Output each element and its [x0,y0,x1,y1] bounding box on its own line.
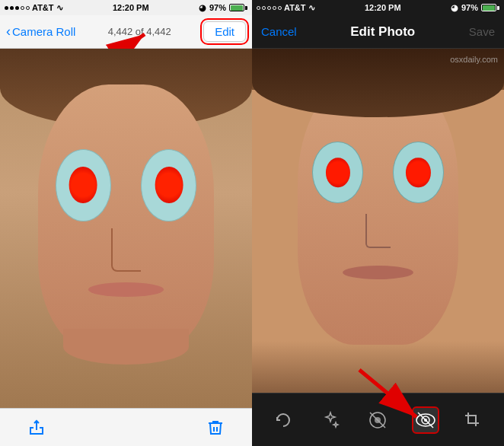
bluetooth-icon-right: ◕ [451,3,458,13]
left-nav-bar: ‹ Camera Roll 4,442 of 4,442 Edit [0,15,252,49]
right-status-right: ◕ 97% [451,3,499,13]
left-photo-area [0,49,252,408]
signal-dot-r1 [257,6,260,10]
left-status-bar: AT&T ∿ 12:20 PM ◕ 97% [0,0,252,15]
photo-bg [252,49,504,393]
left-panel: AT&T ∿ 12:20 PM ◕ 97% ‹ Camera Roll 4,44… [0,0,252,446]
back-button-left[interactable]: ‹ Camera Roll [6,24,75,40]
right-photo-container [252,49,504,393]
left-pupil [325,158,349,188]
right-pupil [406,158,430,188]
signal-dot-5 [26,6,30,10]
left-photo [0,49,252,408]
cancel-button[interactable]: Cancel [261,25,297,38]
signal-dot-r3 [267,6,271,10]
watermark: osxdaily.com [450,55,498,64]
signal-dot-r4 [273,6,276,10]
enhance-tool[interactable] [317,406,344,434]
signal-dot-1 [5,6,8,10]
trash-button[interactable] [202,414,229,441]
signal-dot-3 [15,6,19,10]
redeye-fix-tool[interactable] [412,406,439,434]
wifi-icon-right: ∿ [308,3,315,13]
battery-tip-left [245,6,247,10]
signal-dot-r5 [278,6,282,10]
battery-icon-right [481,4,499,11]
battery-pct-right: 97% [461,3,478,12]
left-status-right: ◕ 97% [199,3,247,13]
right-toolbar [252,393,504,446]
signal-dot-2 [10,6,14,10]
right-status-bar: AT&T ∿ 12:20 PM ◕ 97% [252,0,504,15]
battery-tip-right [497,6,499,10]
battery-fill-right [483,5,495,11]
wifi-icon-left: ∿ [56,3,63,13]
left-status-left: AT&T ∿ [5,3,63,13]
right-panel: AT&T ∿ 12:20 PM ◕ 97% Cancel Edit Photo … [252,0,504,446]
battery-body-right [481,4,496,11]
camera-roll-label[interactable]: Camera Roll [12,25,75,38]
save-button[interactable]: Save [469,25,495,38]
redeye-erase-tool[interactable] [364,406,391,434]
right-nav-bar: Cancel Edit Photo Save [252,15,504,49]
rotate-tool[interactable] [270,406,297,434]
edit-button[interactable]: Edit [203,21,246,42]
battery-pct-left: 97% [209,3,226,12]
left-bottom-bar [0,408,252,446]
chevron-left-icon: ‹ [6,24,11,40]
battery-icon-left [229,4,247,11]
carrier-right: AT&T [284,3,306,12]
nose [365,214,391,248]
right-photo [252,49,504,393]
edit-photo-title: Edit Photo [350,24,415,40]
right-eye [393,142,443,203]
signal-dot-r2 [262,6,266,10]
signal-strength-right [257,6,282,10]
time-right: 12:20 PM [365,3,401,12]
left-eye [312,142,362,203]
right-photo-area: osxdaily.com [252,49,504,393]
signal-dot-4 [21,6,24,10]
crop-tool[interactable] [459,406,486,434]
mouth [343,266,413,279]
battery-body-left [229,4,244,11]
signal-strength-left [5,6,30,10]
bluetooth-icon-left: ◕ [199,3,206,13]
carrier-left: AT&T [32,3,54,12]
battery-fill-left [231,5,243,11]
photo-counter: 4,442 of 4,442 [108,26,171,37]
share-button[interactable] [23,414,50,441]
time-left: 12:20 PM [113,3,149,12]
edit-btn-wrapper: Edit [203,21,246,42]
right-status-left: AT&T ∿ [257,3,315,13]
